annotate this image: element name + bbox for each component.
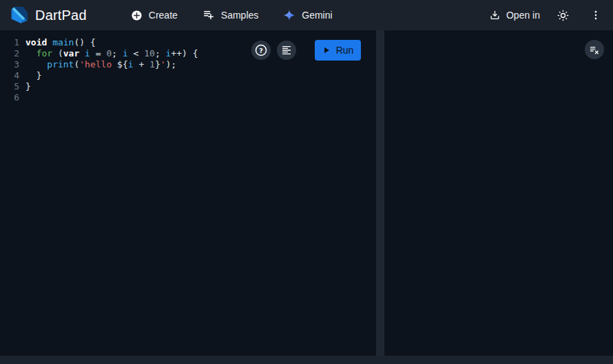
code-line-text: } xyxy=(25,70,41,81)
code-token: ( xyxy=(52,48,63,58)
code-token xyxy=(25,48,37,58)
line-number: 6 xyxy=(8,92,19,103)
code-token: ${ xyxy=(117,59,128,69)
code-token: 'hello xyxy=(79,59,117,69)
header-bar: DartPad Create Samples xyxy=(0,0,613,30)
code-token: } xyxy=(25,81,31,92)
code-token: ++) { xyxy=(171,48,198,58)
code-token: print xyxy=(47,59,74,69)
code-token: i xyxy=(123,48,128,58)
code-token: = xyxy=(90,48,106,58)
create-label: Create xyxy=(149,10,178,21)
code-token: i xyxy=(85,48,90,58)
code-token xyxy=(25,59,47,69)
open-in-button[interactable]: Open in xyxy=(489,10,540,21)
main-split: 1void main() {2 for (var i = 0; i < 10; … xyxy=(0,30,613,356)
code-token xyxy=(79,48,85,58)
code-token: + xyxy=(134,59,149,69)
app-title: DartPad xyxy=(35,8,87,23)
line-number: 2 xyxy=(8,48,19,59)
header-nav: Create Samples xyxy=(131,9,333,21)
code-token: } xyxy=(25,70,41,81)
editor-controls: ? Ru xyxy=(251,40,361,61)
line-number: 1 xyxy=(8,37,19,48)
format-align-left-icon xyxy=(281,45,292,56)
line-number: 3 xyxy=(8,59,19,70)
editor-panel[interactable]: 1void main() {2 for (var i = 0; i < 10; … xyxy=(0,30,376,356)
code-line-text: print('hello ${i + 1}'); xyxy=(25,59,176,70)
brand: DartPad xyxy=(10,6,87,25)
run-button[interactable]: Run xyxy=(315,40,361,61)
console-panel xyxy=(384,30,613,356)
code-token: < xyxy=(128,48,144,58)
run-label: Run xyxy=(336,45,354,56)
keyboard-help-button[interactable]: ? xyxy=(251,41,271,60)
playlist-add-icon xyxy=(202,9,215,21)
samples-label: Samples xyxy=(221,10,258,21)
dart-logo-icon xyxy=(10,6,29,25)
gemini-sparkle-icon xyxy=(283,9,295,21)
code-line-text: void main() { xyxy=(25,37,96,48)
add-circle-icon xyxy=(131,10,143,21)
svg-text:?: ? xyxy=(259,47,263,54)
theme-toggle-button[interactable] xyxy=(552,5,573,25)
code-token xyxy=(47,37,52,47)
kebab-menu-icon xyxy=(590,9,602,21)
code-token: i xyxy=(128,59,134,69)
line-number: 5 xyxy=(8,81,19,92)
clear-console-button[interactable] xyxy=(585,40,604,59)
sun-icon xyxy=(557,9,570,22)
format-code-button[interactable] xyxy=(277,41,296,60)
panel-resize-handle[interactable] xyxy=(376,30,384,356)
code-token: } xyxy=(155,59,160,69)
code-token: 1 xyxy=(149,59,155,69)
overflow-menu-button[interactable] xyxy=(585,5,606,25)
status-bar xyxy=(0,356,613,364)
code-line-text: for (var i = 0; i < 10; i++) { xyxy=(25,48,198,59)
code-token: ' xyxy=(160,59,166,69)
code-token: ; xyxy=(155,48,166,58)
download-icon xyxy=(489,10,501,21)
line-number: 4 xyxy=(8,70,19,81)
code-token: ); xyxy=(166,59,177,69)
dartpad-app: DartPad Create Samples xyxy=(0,0,613,364)
code-line-text: } xyxy=(25,81,31,92)
code-token: () { xyxy=(74,37,95,47)
header-actions: Open in xyxy=(489,5,606,25)
code-line[interactable]: 6 xyxy=(8,92,376,103)
code-token: for xyxy=(37,48,52,58)
code-line[interactable]: 3 print('hello ${i + 1}'); xyxy=(8,59,376,70)
gemini-button[interactable]: Gemini xyxy=(283,9,332,21)
console-controls xyxy=(585,40,604,59)
play-icon xyxy=(322,46,331,54)
code-token: void xyxy=(25,37,47,47)
samples-button[interactable]: Samples xyxy=(202,9,258,21)
open-in-label: Open in xyxy=(506,10,540,21)
code-token: 10 xyxy=(144,48,155,58)
code-token: var xyxy=(63,48,79,58)
create-button[interactable]: Create xyxy=(131,10,178,21)
help-icon: ? xyxy=(254,43,268,57)
code-token: ; xyxy=(112,48,123,58)
code-line[interactable]: 5} xyxy=(8,81,376,92)
gemini-label: Gemini xyxy=(302,10,332,21)
playlist-remove-icon xyxy=(589,44,600,55)
code-token: main xyxy=(52,37,74,47)
code-line[interactable]: 4 } xyxy=(8,70,376,81)
